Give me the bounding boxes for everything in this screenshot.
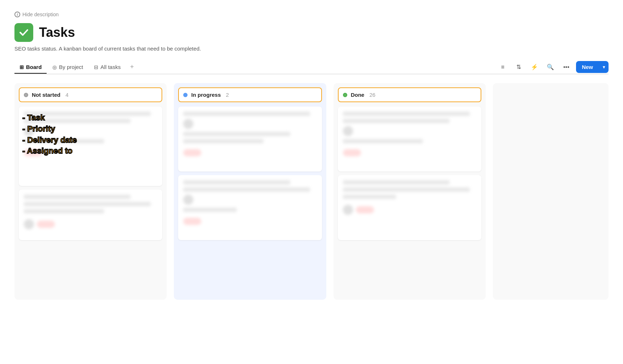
in-progress-dot (183, 93, 188, 97)
in-progress-count: 2 (226, 92, 229, 98)
column-not-started: Not started 4 - Task - Priority - Delive… (14, 83, 167, 300)
info-icon: i (14, 12, 20, 17)
done-dot (343, 93, 347, 97)
card-ns-1-content (24, 112, 157, 156)
add-tab-button[interactable]: + (126, 60, 138, 74)
by-project-tab-label: By project (59, 64, 83, 70)
column-header-in-progress[interactable]: In progress 2 (178, 87, 322, 102)
card-done-2-content (343, 180, 476, 215)
column-in-progress: In progress 2 (174, 83, 326, 300)
page-title: Tasks (39, 25, 75, 40)
page-description: SEO tasks status. A kanban board of curr… (14, 46, 609, 52)
tab-board[interactable]: ⊞ Board (14, 61, 47, 74)
column-header-not-started[interactable]: Not started 4 (19, 87, 162, 102)
card-ns-2[interactable] (19, 190, 162, 240)
column-done: Done 26 (334, 83, 486, 300)
not-started-dot (24, 93, 28, 97)
card-ip-1[interactable] (178, 107, 322, 172)
by-project-tab-icon: ◎ (52, 64, 57, 70)
card-ns-2-content (24, 195, 157, 229)
toolbar-actions: ≡ ⇅ ⚡ 🔍 ••• New ▾ (497, 61, 609, 73)
card-ip-2[interactable] (178, 175, 322, 240)
more-button[interactable]: ••• (560, 61, 572, 73)
tab-all-tasks[interactable]: ⊟ All tasks (89, 61, 126, 74)
in-progress-label: In progress (191, 92, 221, 98)
card-ns-1[interactable]: - Task - Priority - Delivery date - Assi… (19, 107, 162, 186)
not-started-count: 4 (65, 92, 68, 98)
tab-by-project[interactable]: ◎ By project (47, 61, 88, 74)
sort-icon: ⇅ (516, 64, 521, 70)
column-header-done[interactable]: Done 26 (338, 87, 481, 102)
sort-button[interactable]: ⇅ (512, 61, 525, 73)
done-label: Done (351, 92, 365, 98)
column-new (493, 83, 609, 300)
new-button-label[interactable]: New (576, 61, 599, 73)
new-button[interactable]: New ▾ (576, 61, 609, 73)
done-count: 26 (369, 92, 375, 98)
search-icon: 🔍 (547, 64, 554, 70)
toolbar: ⊞ Board ◎ By project ⊟ All tasks + ≡ ⇅ ⚡… (14, 60, 609, 74)
filter-button[interactable]: ≡ (497, 61, 509, 73)
add-tab-icon: + (130, 63, 134, 70)
search-button[interactable]: 🔍 (544, 61, 557, 73)
all-tasks-tab-label: All tasks (100, 64, 121, 70)
page-title-row: Tasks (14, 23, 609, 42)
app-icon (14, 23, 33, 42)
card-done-1[interactable] (338, 107, 481, 172)
filter-icon: ≡ (501, 64, 504, 70)
board-tab-label: Board (26, 64, 42, 70)
kanban-board: Not started 4 - Task - Priority - Delive… (14, 83, 609, 300)
board-tab-icon: ⊞ (20, 64, 24, 70)
hide-description-row[interactable]: i Hide description (14, 12, 609, 17)
card-ip-2-content (183, 180, 317, 225)
hide-description-label: Hide description (22, 12, 59, 17)
lightning-button[interactable]: ⚡ (528, 61, 541, 73)
new-button-arrow[interactable]: ▾ (599, 62, 609, 73)
card-done-2[interactable] (338, 175, 481, 240)
card-ip-1-content (183, 112, 317, 156)
more-icon: ••• (563, 64, 570, 70)
not-started-label: Not started (32, 92, 60, 98)
all-tasks-tab-icon: ⊟ (94, 64, 98, 70)
toolbar-tabs: ⊞ Board ◎ By project ⊟ All tasks + (14, 60, 495, 74)
card-done-1-content (343, 112, 476, 156)
lightning-icon: ⚡ (531, 64, 538, 70)
